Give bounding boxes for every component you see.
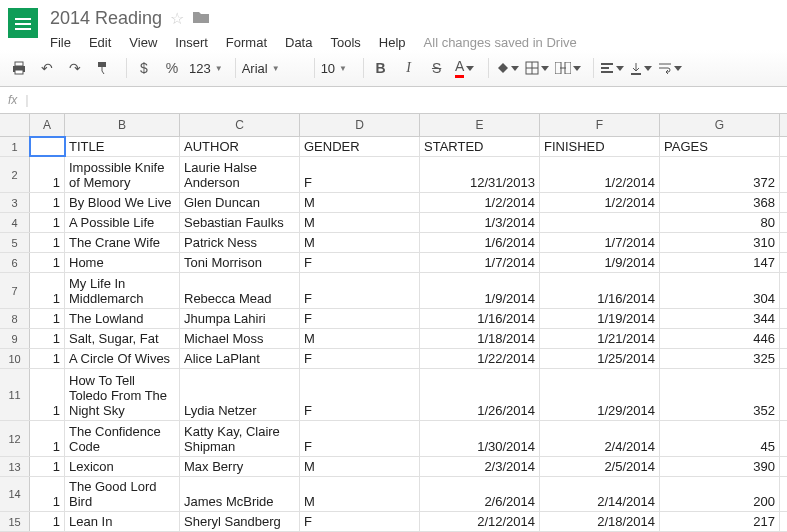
cell[interactable]: Rebecca Mead	[180, 273, 300, 308]
menu-tools[interactable]: Tools	[330, 35, 360, 50]
cell[interactable]: F	[300, 309, 420, 328]
cell[interactable]: Lexicon	[65, 457, 180, 476]
cell[interactable]: 1/16/2014	[540, 273, 660, 308]
row-header[interactable]: 5	[0, 233, 30, 252]
row-header[interactable]: 14	[0, 477, 30, 511]
cell[interactable]: Jhumpa Lahiri	[180, 309, 300, 328]
cell[interactable]: M	[300, 193, 420, 212]
cell[interactable]: 446	[660, 329, 780, 348]
row-header[interactable]: 7	[0, 273, 30, 308]
cell[interactable]: 1	[30, 477, 65, 511]
cell[interactable]: 147	[660, 253, 780, 272]
cell[interactable]	[30, 137, 65, 156]
cell[interactable]: M	[300, 457, 420, 476]
cell[interactable]: 1	[30, 512, 65, 531]
cell[interactable]: 1/9/2014	[420, 273, 540, 308]
valign-button[interactable]	[630, 56, 652, 80]
cell[interactable]: F	[300, 349, 420, 368]
cell[interactable]: 1	[30, 309, 65, 328]
cell[interactable]: 2/6/2014	[420, 477, 540, 511]
cell[interactable]: 1	[30, 157, 65, 192]
row-header[interactable]: 3	[0, 193, 30, 212]
cell[interactable]: Toni Morrison	[180, 253, 300, 272]
cell[interactable]: Katty Kay, Claire Shipman	[180, 421, 300, 456]
cell[interactable]: The Confidence Code	[65, 421, 180, 456]
cell[interactable]: Patrick Ness	[180, 233, 300, 252]
row-header[interactable]: 4	[0, 213, 30, 232]
cell[interactable]: M	[300, 233, 420, 252]
sheets-logo-icon[interactable]	[8, 8, 38, 38]
folder-icon[interactable]	[192, 10, 210, 27]
cell[interactable]: Laurie Halse Anderson	[180, 157, 300, 192]
menu-edit[interactable]: Edit	[89, 35, 111, 50]
cell[interactable]: F	[300, 369, 420, 420]
cell[interactable]: 1/18/2014	[420, 329, 540, 348]
col-header[interactable]: E	[420, 114, 540, 136]
cell[interactable]: 1	[30, 329, 65, 348]
cell[interactable]: My Life In Middlemarch	[65, 273, 180, 308]
font-select[interactable]: Arial	[242, 61, 302, 76]
cell[interactable]: 217	[660, 512, 780, 531]
cell[interactable]: 352	[660, 369, 780, 420]
cell[interactable]: 344	[660, 309, 780, 328]
cell[interactable]: 390	[660, 457, 780, 476]
cell[interactable]: 1/30/2014	[420, 421, 540, 456]
cell[interactable]: 1	[30, 457, 65, 476]
cell[interactable]: The Lowland	[65, 309, 180, 328]
bold-button[interactable]: B	[370, 56, 392, 80]
fontsize-select[interactable]: 10	[321, 61, 351, 76]
cell[interactable]: M	[300, 477, 420, 511]
borders-button[interactable]	[525, 56, 549, 80]
menu-file[interactable]: File	[50, 35, 71, 50]
cell[interactable]: 1/21/2014	[540, 329, 660, 348]
col-header[interactable]: F	[540, 114, 660, 136]
row-header[interactable]: 2	[0, 157, 30, 192]
cell[interactable]: 1/26/2014	[420, 369, 540, 420]
cell[interactable]: 1/7/2014	[420, 253, 540, 272]
cell[interactable]: By Blood We Live	[65, 193, 180, 212]
undo-icon[interactable]: ↶	[36, 56, 58, 80]
doc-title[interactable]: 2014 Reading	[50, 8, 162, 29]
menu-help[interactable]: Help	[379, 35, 406, 50]
cell[interactable]: Max Berry	[180, 457, 300, 476]
cell[interactable]: GENDER	[300, 137, 420, 156]
wrap-button[interactable]	[658, 56, 682, 80]
currency-button[interactable]: $	[133, 56, 155, 80]
cell[interactable]: 368	[660, 193, 780, 212]
menu-format[interactable]: Format	[226, 35, 267, 50]
cell[interactable]: Home	[65, 253, 180, 272]
cell[interactable]: 1/16/2014	[420, 309, 540, 328]
cell[interactable]: 1	[30, 273, 65, 308]
col-header[interactable]: C	[180, 114, 300, 136]
cell[interactable]: 304	[660, 273, 780, 308]
cell[interactable]: 1/2/2014	[540, 193, 660, 212]
cell[interactable]: The Crane Wife	[65, 233, 180, 252]
star-icon[interactable]: ☆	[170, 9, 184, 28]
cell[interactable]: F	[300, 421, 420, 456]
cell[interactable]: 45	[660, 421, 780, 456]
cell[interactable]: 1/19/2014	[540, 309, 660, 328]
cell[interactable]: Alice LaPlant	[180, 349, 300, 368]
number-format-select[interactable]: 123	[189, 61, 223, 76]
cell[interactable]: 325	[660, 349, 780, 368]
col-header[interactable]: B	[65, 114, 180, 136]
col-header[interactable]: D	[300, 114, 420, 136]
row-header[interactable]: 10	[0, 349, 30, 368]
percent-button[interactable]: %	[161, 56, 183, 80]
cell[interactable]: 2/5/2014	[540, 457, 660, 476]
row-header[interactable]: 15	[0, 512, 30, 531]
cell[interactable]: Salt, Sugar, Fat	[65, 329, 180, 348]
cell[interactable]: F	[300, 253, 420, 272]
col-header[interactable]: G	[660, 114, 780, 136]
row-header[interactable]: 9	[0, 329, 30, 348]
cell[interactable]: A Possible Life	[65, 213, 180, 232]
cell[interactable]: 1	[30, 369, 65, 420]
row-header[interactable]: 13	[0, 457, 30, 476]
cell[interactable]: AUTHOR	[180, 137, 300, 156]
row-header[interactable]: 6	[0, 253, 30, 272]
cell[interactable]: 12/31/2013	[420, 157, 540, 192]
cell[interactable]: 1	[30, 193, 65, 212]
select-all-corner[interactable]	[0, 114, 30, 136]
menu-insert[interactable]: Insert	[175, 35, 208, 50]
formula-input[interactable]	[34, 91, 779, 109]
